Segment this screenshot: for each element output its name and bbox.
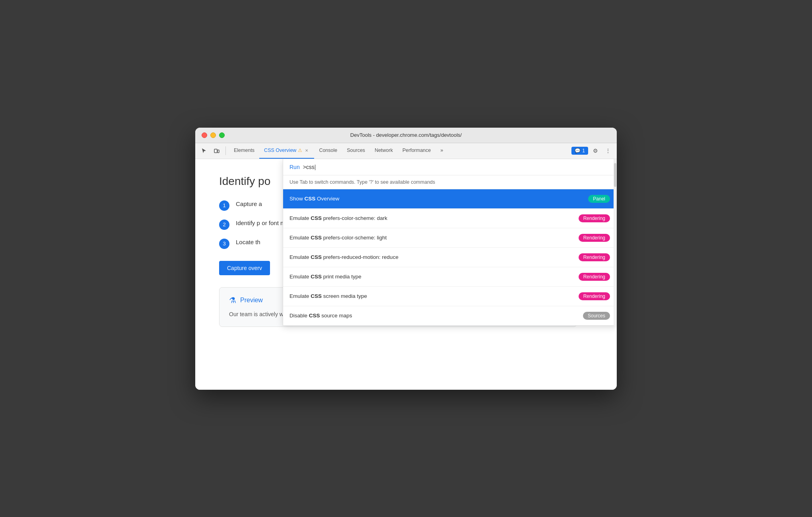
- text-cursor: [315, 165, 315, 170]
- tab-more[interactable]: »: [436, 143, 448, 159]
- command-text-4: Emulate CSS print media type: [289, 274, 579, 280]
- badge-rendering-2: Rendering: [579, 234, 610, 242]
- command-item-disable-source-maps[interactable]: Disable CSS source maps Sources: [283, 306, 616, 325]
- flask-icon: ⚗: [229, 295, 236, 305]
- tab-elements[interactable]: Elements: [229, 143, 259, 159]
- close-button[interactable]: [202, 132, 207, 138]
- command-item-emulate-dark[interactable]: Emulate CSS prefers-color-scheme: dark R…: [283, 209, 616, 228]
- command-palette: Run >css Use Tab to switch commands. Typ…: [283, 159, 617, 326]
- chat-icon: 💬: [575, 148, 581, 154]
- step-number-2: 2: [219, 220, 229, 230]
- tab-sources[interactable]: Sources: [342, 143, 370, 159]
- toolbar-divider-1: [225, 146, 226, 155]
- command-text-2: Emulate CSS prefers-color-scheme: light: [289, 235, 579, 241]
- tab-console[interactable]: Console: [314, 143, 342, 159]
- command-input-row: Run >css: [283, 159, 616, 175]
- step-text-1: Capture a: [236, 200, 262, 209]
- badge-sources-6: Sources: [583, 312, 610, 320]
- command-item-emulate-light[interactable]: Emulate CSS prefers-color-scheme: light …: [283, 228, 616, 248]
- notifications-button[interactable]: 💬 1: [571, 147, 588, 155]
- tab-close-icon[interactable]: ✕: [304, 148, 309, 153]
- traffic-lights: [202, 132, 225, 138]
- browser-window: DevTools - developer.chrome.com/tags/dev…: [195, 128, 617, 390]
- step-text-3: Locate th: [236, 238, 260, 247]
- cursor-icon[interactable]: [198, 145, 210, 156]
- window-title: DevTools - developer.chrome.com/tags/dev…: [350, 132, 462, 138]
- devtools-toolbar: Elements CSS Overview ⚠ ✕ Console Source…: [195, 143, 617, 159]
- tab-performance[interactable]: Performance: [398, 143, 436, 159]
- step-text-2: Identify p: [236, 220, 260, 226]
- toolbar-right: 💬 1 ⚙ ⋮: [571, 145, 614, 156]
- step-number-1: 1: [219, 200, 229, 211]
- svg-rect-0: [214, 149, 217, 153]
- device-toggle-icon[interactable]: [211, 145, 222, 156]
- command-text-6: Disable CSS source maps: [289, 313, 583, 319]
- tab-css-overview[interactable]: CSS Overview ⚠ ✕: [259, 143, 314, 159]
- command-overlay: Run >css Use Tab to switch commands. Typ…: [283, 159, 617, 326]
- command-input[interactable]: >css: [303, 164, 610, 170]
- command-hint: Use Tab to switch commands. Type '?' to …: [283, 175, 616, 189]
- badge-rendering-1: Rendering: [579, 214, 610, 222]
- scrollbar-track[interactable]: [614, 159, 617, 326]
- badge-rendering-4: Rendering: [579, 273, 610, 281]
- tab-warn-icon: ⚠: [298, 148, 302, 153]
- command-list: Show CSS Overview Panel Emulate CSS pref…: [283, 189, 616, 325]
- command-text-1: Emulate CSS prefers-color-scheme: dark: [289, 215, 579, 221]
- command-item-emulate-reduced-motion[interactable]: Emulate CSS prefers-reduced-motion: redu…: [283, 248, 616, 267]
- command-item-show-css-overview[interactable]: Show CSS Overview Panel: [283, 189, 616, 209]
- command-item-emulate-screen[interactable]: Emulate CSS screen media type Rendering: [283, 287, 616, 306]
- tab-list: Elements CSS Overview ⚠ ✕ Console Source…: [229, 143, 570, 159]
- command-text-0: Show CSS Overview: [289, 196, 588, 202]
- main-content: Identify po 1 Capture a 2 Identify p or …: [195, 159, 617, 390]
- capture-overview-button[interactable]: Capture overv: [219, 261, 270, 275]
- more-options-icon[interactable]: ⋮: [602, 145, 614, 156]
- badge-panel-0: Panel: [588, 195, 610, 203]
- maximize-button[interactable]: [219, 132, 225, 138]
- minimize-button[interactable]: [210, 132, 216, 138]
- preview-label: Preview: [240, 297, 263, 304]
- badge-rendering-3: Rendering: [579, 253, 610, 261]
- step-number-3: 3: [219, 239, 229, 249]
- command-text-3: Emulate CSS prefers-reduced-motion: redu…: [289, 254, 579, 260]
- title-bar: DevTools - developer.chrome.com/tags/dev…: [195, 128, 617, 143]
- settings-icon[interactable]: ⚙: [590, 145, 601, 156]
- tab-network[interactable]: Network: [370, 143, 398, 159]
- run-label: Run: [289, 164, 300, 170]
- command-text-5: Emulate CSS screen media type: [289, 293, 579, 299]
- scrollbar-thumb: [614, 163, 616, 187]
- command-item-emulate-print[interactable]: Emulate CSS print media type Rendering: [283, 267, 616, 287]
- svg-rect-1: [218, 150, 219, 153]
- badge-rendering-5: Rendering: [579, 292, 610, 300]
